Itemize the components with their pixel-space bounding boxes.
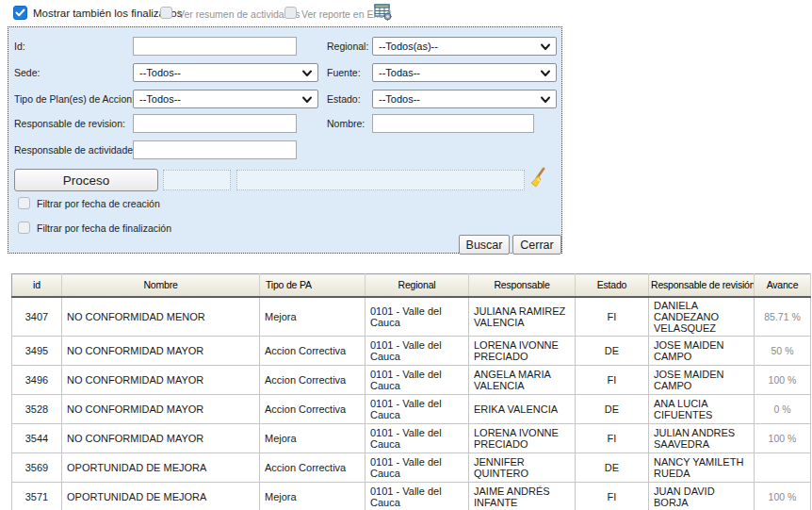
cell-id: 3496: [12, 365, 62, 394]
cell-responsable: JAIME ANDRÉS INFANTE: [469, 482, 576, 510]
cell-id: 3571: [12, 482, 62, 510]
cell-resp-revision: JULIAN ANDRES SAAVEDRA: [649, 423, 755, 452]
cell-estado: FI: [576, 365, 649, 394]
cell-regional: 0101 - Valle del Cauca: [365, 452, 469, 482]
table-row: 3528 NO CONFORMIDAD MAYOR Accion Correct…: [12, 394, 811, 423]
col-header-id: id: [12, 274, 62, 297]
responsable-revision-label: Responsable de revision:: [14, 118, 125, 129]
cell-id: 3528: [12, 394, 62, 423]
cell-estado: FI: [576, 423, 649, 452]
cell-avance: 85.71 %: [755, 297, 811, 337]
sede-label: Sede:: [14, 67, 40, 78]
table-row: 3569 OPORTUNIDAD DE MEJORA Accion Correc…: [12, 452, 811, 482]
col-header-estado: Estado: [576, 274, 649, 297]
cell-resp-revision: JUAN DAVID BORJA: [649, 482, 755, 510]
cell-responsable: LORENA IVONNE PRECIADO: [469, 336, 576, 365]
proceso-button[interactable]: Proceso: [14, 169, 158, 191]
cell-nombre: NO CONFORMIDAD MAYOR: [62, 365, 260, 394]
cell-responsable: ERIKA VALENCIA: [469, 394, 576, 423]
cell-resp-revision: JOSE MAIDEN CAMPO: [649, 336, 755, 365]
cell-nombre: NO CONFORMIDAD MAYOR: [62, 423, 260, 452]
cell-nombre: NO CONFORMIDAD MAYOR: [62, 336, 260, 365]
fuente-label: Fuente:: [327, 67, 361, 78]
cell-estado: DE: [576, 336, 649, 365]
col-header-tipo-pa: Tipo de PA: [260, 274, 365, 297]
cell-tipo: Accion Correctiva: [260, 336, 365, 365]
proceso-code-field-disabled: [163, 170, 231, 190]
proceso-name-field-disabled: [236, 170, 525, 190]
id-label: Id:: [14, 41, 25, 52]
filtrar-fecha-creacion-label: Filtrar por fecha de creación: [37, 198, 160, 209]
cell-regional: 0101 - Valle del Cauca: [365, 482, 469, 510]
sede-select[interactable]: --Todos--: [133, 63, 318, 82]
col-header-nombre: Nombre: [62, 274, 260, 297]
cell-regional: 0101 - Valle del Cauca: [365, 423, 469, 452]
responsable-revision-input[interactable]: [133, 114, 297, 133]
clear-filters-broom-icon[interactable]: [528, 167, 548, 189]
cell-nombre: NO CONFORMIDAD MAYOR: [62, 394, 260, 423]
col-header-avance: Avance: [755, 274, 811, 297]
table-row: 3407 NO CONFORMIDAD MENOR Mejora 0101 - …: [12, 297, 811, 337]
cerrar-button[interactable]: Cerrar: [512, 235, 561, 255]
cell-resp-revision: NANCY YAMILETH RUEDA: [649, 452, 755, 482]
cell-avance: [755, 452, 811, 482]
estado-label: Estado:: [327, 93, 361, 105]
nombre-label: Nombre:: [327, 118, 365, 129]
buscar-button[interactable]: Buscar: [459, 235, 510, 255]
results-table: id Nombre Tipo de PA Regional Responsabl…: [11, 273, 811, 510]
regional-label: Regional:: [327, 41, 368, 52]
ver-resumen-checkbox[interactable]: [160, 7, 172, 19]
cell-id: 3495: [12, 336, 62, 365]
chevron-down-icon: [540, 42, 551, 52]
cell-nombre: OPORTUNIDAD DE MEJORA: [62, 482, 260, 510]
cell-tipo: Mejora: [260, 423, 365, 452]
cell-avance: 100 %: [755, 482, 811, 510]
cell-nombre: NO CONFORMIDAD MENOR: [62, 297, 260, 337]
cell-avance: 100 %: [755, 365, 811, 394]
nombre-input[interactable]: [372, 114, 534, 133]
regional-select[interactable]: --Todos(as)--: [372, 37, 557, 56]
table-row: 3495 NO CONFORMIDAD MAYOR Accion Correct…: [12, 336, 811, 365]
responsable-actividades-input[interactable]: [133, 140, 297, 159]
fuente-select[interactable]: --Todas--: [372, 63, 557, 82]
cell-avance: 50 %: [755, 336, 811, 365]
filtrar-fecha-finalizacion-checkbox[interactable]: [18, 222, 30, 234]
tipo-plan-select[interactable]: --Todos--: [133, 90, 318, 108]
cell-estado: DE: [576, 452, 649, 482]
col-header-responsable-revision: Responsable de revisión: [649, 274, 755, 297]
cell-avance: 100 %: [755, 423, 811, 452]
cell-responsable: JULIANA RAMIREZ VALENCIA: [469, 297, 576, 337]
cell-responsable: JENNIFER QUINTERO: [469, 452, 576, 482]
cell-resp-revision: JOSE MAIDEN CAMPO: [649, 365, 755, 394]
cell-avance: 0 %: [755, 394, 811, 423]
check-icon: [15, 8, 25, 18]
id-input[interactable]: [133, 37, 297, 56]
filter-panel: Id: Regional: --Todos(as)-- Sede: --Todo…: [8, 26, 562, 254]
top-toolbar: Mostrar también los finalizados Ver resu…: [0, 0, 812, 25]
cell-nombre: OPORTUNIDAD DE MEJORA: [62, 452, 260, 482]
cell-estado: FI: [576, 482, 649, 510]
cell-tipo: Accion Correctiva: [260, 365, 365, 394]
cell-regional: 0101 - Valle del Cauca: [365, 394, 469, 423]
cell-tipo: Accion Correctiva: [260, 394, 365, 423]
ver-resumen-label: Ver resumen de actividades: [178, 8, 300, 20]
cell-resp-revision: DANIELA CANDEZANO VELASQUEZ: [649, 297, 755, 337]
ver-reporte-excel-checkbox[interactable]: [284, 7, 297, 19]
mostrar-finalizados-checkbox[interactable]: [13, 6, 27, 20]
cell-responsable: ANGELA MARIA VALENCIA: [469, 365, 576, 394]
tipo-plan-label: Tipo de Plan(es) de Accion:: [14, 93, 135, 105]
cell-estado: DE: [576, 394, 649, 423]
table-row: 3571 OPORTUNIDAD DE MEJORA Mejora 0101 -…: [12, 482, 811, 510]
chevron-down-icon: [301, 69, 313, 78]
chevron-down-icon: [301, 95, 313, 105]
cell-id: 3569: [12, 452, 62, 482]
chevron-down-icon: [540, 95, 551, 105]
filtrar-fecha-creacion-checkbox[interactable]: [18, 197, 30, 209]
cell-id: 3544: [12, 423, 62, 452]
cell-regional: 0101 - Valle del Cauca: [365, 365, 469, 394]
cell-regional: 0101 - Valle del Cauca: [365, 297, 469, 337]
table-row: 3496 NO CONFORMIDAD MAYOR Accion Correct…: [12, 365, 811, 394]
col-header-responsable: Responsable: [469, 274, 576, 297]
excel-report-icon[interactable]: [374, 3, 393, 22]
estado-select[interactable]: --Todos--: [372, 90, 557, 108]
